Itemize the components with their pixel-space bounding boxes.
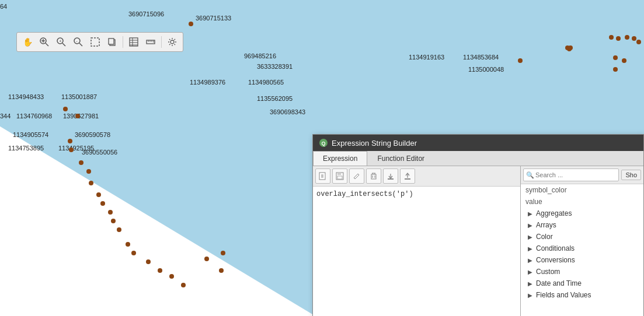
function-list-item[interactable]: ▶Conditionals [521, 243, 643, 254]
map-label: 969485216 [244, 52, 276, 59]
zoom-plus-btn[interactable]: + [54, 34, 69, 50]
function-group-label: Color [536, 233, 553, 241]
function-panel: 🔍 Sho symbol_colorvalue▶Aggregates▶Array… [521, 166, 643, 316]
select-btn[interactable] [88, 34, 103, 50]
map-label: 344 [0, 113, 11, 120]
search-container: 🔍 [523, 168, 619, 181]
svg-line-5 [62, 43, 65, 46]
dialog-body: 🔍 Sho symbol_colorvalue▶Aggregates▶Array… [313, 166, 643, 316]
map-dot [75, 114, 80, 118]
map-label: 3690550056 [82, 149, 117, 156]
map-dot [96, 192, 101, 197]
map-label: 1135562095 [257, 95, 293, 102]
function-list-item[interactable]: symbol_color [521, 184, 643, 196]
svg-rect-31 [337, 173, 341, 175]
function-group-label: Date and Time [536, 279, 582, 287]
search-input[interactable] [523, 168, 619, 181]
expression-dialog: Q Expression String Builder Expression F… [312, 134, 644, 316]
function-list-item[interactable]: ▶Custom [521, 266, 643, 278]
ruler-btn[interactable] [143, 34, 158, 50]
expand-arrow-icon: ▶ [528, 280, 532, 287]
map-dot [89, 181, 93, 185]
map-dot [609, 35, 614, 40]
function-group-label: Arrays [536, 221, 556, 229]
function-list-item[interactable]: ▶Arrays [521, 219, 643, 231]
map-dot [63, 107, 68, 111]
function-list-item[interactable]: ▶Date and Time [521, 278, 643, 289]
svg-rect-10 [91, 38, 99, 46]
function-group-label: Conditionals [536, 244, 575, 252]
map-area: 6436907150963690715133969485216363332839… [0, 0, 644, 316]
svg-rect-34 [371, 174, 376, 179]
map-dot [100, 201, 105, 206]
svg-line-1 [46, 43, 48, 46]
svg-text:Q: Q [321, 141, 325, 146]
export-expr-btn[interactable] [400, 168, 415, 184]
dialog-tabs: Expression Function Editor [313, 151, 643, 166]
search-bar: 🔍 Sho [521, 166, 643, 184]
function-list-item[interactable]: ▶Conversions [521, 254, 643, 266]
function-list-item[interactable]: ▶Fields and Values [521, 289, 643, 301]
dialog-title: Expression String Builder [332, 139, 417, 148]
dialog-titlebar: Q Expression String Builder [313, 135, 643, 151]
edit-expr-btn[interactable] [349, 168, 364, 184]
new-expr-btn[interactable] [315, 168, 330, 184]
map-dot [131, 251, 136, 255]
map-dot [181, 283, 186, 287]
map-label: 1134989376 [190, 79, 225, 86]
map-dot [616, 36, 621, 41]
map-dot [108, 210, 113, 215]
map-label: 1134905574 [13, 131, 48, 138]
function-list-item[interactable]: value [521, 196, 643, 208]
expand-arrow-icon: ▶ [528, 210, 532, 217]
map-dot [632, 36, 636, 41]
map-label: 3690715133 [196, 15, 231, 22]
svg-line-33 [358, 174, 359, 175]
map-dot [204, 257, 209, 261]
expression-editor[interactable] [313, 187, 520, 316]
expand-arrow-icon: ▶ [528, 245, 532, 252]
map-dot [518, 58, 523, 63]
function-list-item[interactable]: ▶Color [521, 231, 643, 243]
function-group-label: Fields and Values [536, 291, 591, 299]
function-list: symbol_colorvalue▶Aggregates▶Arrays▶Colo… [521, 184, 643, 316]
zoom-minus-btn[interactable]: - [71, 34, 86, 50]
map-dot [625, 35, 629, 40]
map-dot [146, 259, 151, 264]
expand-arrow-icon: ▶ [528, 292, 532, 299]
map-dot [69, 148, 74, 152]
tab-expression[interactable]: Expression [313, 151, 367, 166]
map-dot [79, 160, 83, 165]
expand-arrow-icon: ▶ [528, 269, 532, 275]
tab-function-editor[interactable]: Function Editor [367, 151, 434, 166]
qgis-icon: Q [319, 138, 328, 148]
settings-btn[interactable] [165, 34, 180, 50]
zoom-in-btn[interactable] [37, 34, 52, 50]
svg-rect-12 [109, 38, 114, 44]
delete-expr-btn[interactable] [366, 168, 381, 184]
import-expr-btn[interactable] [383, 168, 398, 184]
map-dot [613, 67, 618, 72]
map-dot [68, 139, 72, 143]
pan-tool-btn[interactable]: ✋ [20, 34, 35, 50]
svg-rect-43 [405, 178, 410, 180]
map-label: 1134760968 [16, 113, 52, 120]
map-label: 1134948433 [8, 93, 44, 100]
toolbar-sep-1 [123, 36, 123, 48]
show-button[interactable]: Sho [621, 170, 641, 180]
map-label: 3690698343 [270, 108, 305, 115]
expression-toolbar [313, 166, 520, 187]
map-dot [189, 22, 193, 26]
function-group-label: Custom [536, 268, 560, 276]
map-label: 3633328391 [257, 63, 293, 70]
function-list-item[interactable]: ▶Aggregates [521, 208, 643, 219]
copy-btn[interactable] [105, 34, 120, 50]
map-dot [117, 227, 121, 232]
svg-rect-32 [337, 176, 342, 179]
map-label: 1134980565 [248, 79, 284, 86]
table-btn[interactable] [126, 34, 141, 50]
map-label: 1134753895 [8, 145, 44, 152]
save-expr-btn[interactable] [332, 168, 347, 184]
map-label: 1135001887 [61, 93, 97, 100]
svg-line-8 [79, 43, 82, 46]
